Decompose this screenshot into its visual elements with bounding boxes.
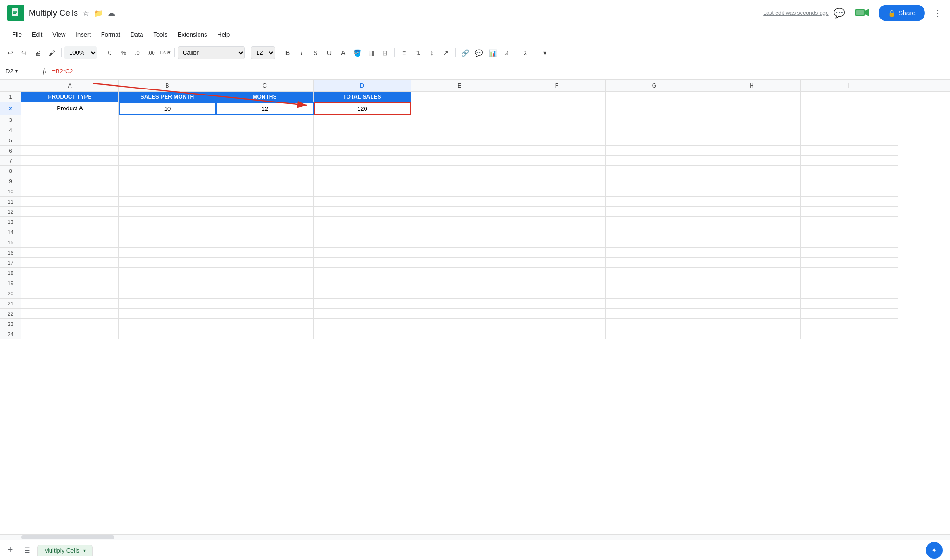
chat-button[interactable]: 💬	[834, 7, 845, 19]
cell-b21[interactable]	[119, 299, 216, 309]
cell-f3[interactable]	[508, 115, 606, 125]
cell-e7[interactable]	[411, 156, 508, 166]
cell-g21[interactable]	[606, 299, 703, 309]
cell-i10[interactable]	[801, 186, 898, 197]
cell-c8[interactable]	[216, 166, 314, 176]
cell-e17[interactable]	[411, 258, 508, 268]
redo-button[interactable]: ↪	[18, 46, 31, 59]
cell-i6[interactable]	[801, 146, 898, 156]
cell-e11[interactable]	[411, 197, 508, 207]
euro-button[interactable]: €	[103, 46, 116, 59]
row-num-7[interactable]: 7	[0, 156, 21, 166]
cell-c16[interactable]	[216, 248, 314, 258]
cell-b20[interactable]	[119, 288, 216, 299]
cell-f12[interactable]	[508, 207, 606, 217]
cell-a15[interactable]	[21, 237, 119, 248]
cell-g19[interactable]	[606, 278, 703, 288]
menu-edit[interactable]: Edit	[27, 29, 47, 40]
cell-d24[interactable]	[314, 329, 411, 339]
cell-g1[interactable]	[606, 92, 703, 102]
percent-button[interactable]: %	[117, 46, 130, 59]
cell-b1[interactable]: SALES PER MONTH	[119, 92, 216, 102]
formula-input[interactable]	[50, 68, 948, 75]
cell-d11[interactable]	[314, 197, 411, 207]
cell-c13[interactable]	[216, 217, 314, 227]
meet-button[interactable]	[855, 8, 870, 19]
cell-g11[interactable]	[606, 197, 703, 207]
cell-c21[interactable]	[216, 299, 314, 309]
row-num-23[interactable]: 23	[0, 319, 21, 329]
cell-g7[interactable]	[606, 156, 703, 166]
cell-i3[interactable]	[801, 115, 898, 125]
cell-e6[interactable]	[411, 146, 508, 156]
cell-h15[interactable]	[703, 237, 801, 248]
cell-a19[interactable]	[21, 278, 119, 288]
cell-f2[interactable]	[508, 102, 606, 115]
cell-g16[interactable]	[606, 248, 703, 258]
cell-d7[interactable]	[314, 156, 411, 166]
menu-data[interactable]: Data	[126, 29, 148, 40]
cell-h12[interactable]	[703, 207, 801, 217]
filter-button[interactable]: ⊿	[500, 46, 513, 59]
cell-c12[interactable]	[216, 207, 314, 217]
cell-i24[interactable]	[801, 329, 898, 339]
menu-format[interactable]: Format	[96, 29, 125, 40]
cell-g24[interactable]	[606, 329, 703, 339]
cell-f10[interactable]	[508, 186, 606, 197]
cell-c5[interactable]	[216, 135, 314, 146]
cell-f11[interactable]	[508, 197, 606, 207]
cell-h1[interactable]	[703, 92, 801, 102]
row-num-14[interactable]: 14	[0, 227, 21, 237]
row-num-19[interactable]: 19	[0, 278, 21, 288]
cell-b10[interactable]	[119, 186, 216, 197]
cell-h20[interactable]	[703, 288, 801, 299]
bold-button[interactable]: B	[281, 46, 294, 59]
cell-c2[interactable]: 12	[216, 102, 314, 115]
cell-a16[interactable]	[21, 248, 119, 258]
cell-h14[interactable]	[703, 227, 801, 237]
cell-h10[interactable]	[703, 186, 801, 197]
chart-button[interactable]: 📊	[486, 46, 499, 59]
cell-i22[interactable]	[801, 309, 898, 319]
cell-b2[interactable]: 10	[119, 102, 216, 115]
cell-b19[interactable]	[119, 278, 216, 288]
row-num-17[interactable]: 17	[0, 258, 21, 268]
cell-a7[interactable]	[21, 156, 119, 166]
add-sheet-button[interactable]: +	[4, 544, 17, 557]
cell-c19[interactable]	[216, 278, 314, 288]
cell-e22[interactable]	[411, 309, 508, 319]
cell-i21[interactable]	[801, 299, 898, 309]
row-num-9[interactable]: 9	[0, 176, 21, 186]
more-options-button[interactable]: ⋮	[933, 7, 943, 19]
cell-a17[interactable]	[21, 258, 119, 268]
cell-h13[interactable]	[703, 217, 801, 227]
cell-h23[interactable]	[703, 319, 801, 329]
cell-d13[interactable]	[314, 217, 411, 227]
cell-b13[interactable]	[119, 217, 216, 227]
cell-f17[interactable]	[508, 258, 606, 268]
cell-e19[interactable]	[411, 278, 508, 288]
cell-b8[interactable]	[119, 166, 216, 176]
row-num-5[interactable]: 5	[0, 135, 21, 146]
rotate-button[interactable]: ↗	[439, 46, 452, 59]
cell-d17[interactable]	[314, 258, 411, 268]
align-button[interactable]: ≡	[398, 46, 411, 59]
cell-e9[interactable]	[411, 176, 508, 186]
cell-i13[interactable]	[801, 217, 898, 227]
decrease-decimal-button[interactable]: .0	[131, 46, 144, 59]
cell-e16[interactable]	[411, 248, 508, 258]
cell-b24[interactable]	[119, 329, 216, 339]
cell-a12[interactable]	[21, 207, 119, 217]
cell-a6[interactable]	[21, 146, 119, 156]
row-num-20[interactable]: 20	[0, 288, 21, 299]
row-num-16[interactable]: 16	[0, 248, 21, 258]
cell-i4[interactable]	[801, 125, 898, 135]
cell-a20[interactable]	[21, 288, 119, 299]
row-num-24[interactable]: 24	[0, 329, 21, 339]
cell-b15[interactable]	[119, 237, 216, 248]
cell-g17[interactable]	[606, 258, 703, 268]
cell-f16[interactable]	[508, 248, 606, 258]
cell-a22[interactable]	[21, 309, 119, 319]
cell-g2[interactable]	[606, 102, 703, 115]
cell-b14[interactable]	[119, 227, 216, 237]
